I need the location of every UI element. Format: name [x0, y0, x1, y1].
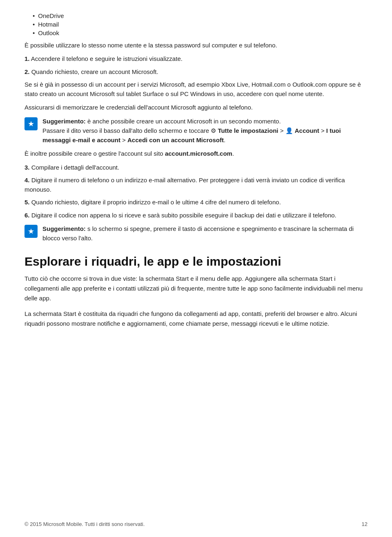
step-6: 6. Digitare il codice non appena lo si r…: [24, 210, 368, 220]
step-4-text: Digitare il numero di telefono o un indi…: [24, 177, 345, 193]
step-3-num: 3.: [24, 164, 30, 171]
step-6-text: Digitare il codice non appena lo si rice…: [30, 212, 336, 219]
tip-2-text: s lo schermo si spegne, premere il tasto…: [42, 225, 354, 242]
tip-1-text1: è anche possibile creare un account Micr…: [86, 118, 281, 125]
list-item-onedrive: OneDrive: [33, 12, 368, 19]
step-6-num: 6.: [24, 212, 30, 219]
step-3: 3. Compilare i dettagli dell'account.: [24, 163, 368, 172]
step-2-num: 2.: [24, 68, 30, 75]
list-item-hotmail: Hotmail: [33, 21, 368, 28]
tip-2-star-icon: ★: [24, 225, 38, 238]
tip-1-arrow2: >: [319, 127, 326, 134]
tip-1-bold4: Accedi con un account Microsoft: [127, 136, 224, 143]
bullet-list: OneDrive Hotmail Outlook: [33, 12, 368, 36]
step-1-num: 1.: [24, 55, 30, 62]
step-4-num: 4.: [24, 177, 30, 183]
tip-2-label: Suggerimento:: [42, 225, 86, 232]
step-2-text: Quando richiesto, creare un account Micr…: [30, 68, 158, 75]
step4-desc: Assicurarsi di memorizzare le credenzial…: [24, 103, 368, 112]
step-4: 4. Digitare il numero di telefono o un i…: [24, 175, 368, 195]
tip-2: ★ Suggerimento: s lo schermo si spegne, …: [24, 224, 368, 243]
list-item-outlook: Outlook: [33, 29, 368, 36]
tip-1-label: Suggerimento:: [42, 118, 86, 125]
section1-para2: La schermata Start è costituita da riqua…: [24, 309, 368, 329]
tip-1-text2: Passare il dito verso il basso dall'alto…: [42, 127, 211, 134]
footer-page-num: 12: [362, 521, 368, 527]
inoltre-bold-site: account.microsoft.com: [165, 150, 232, 157]
inoltre-end: .: [232, 150, 234, 157]
tip-1-end: .: [224, 136, 225, 143]
star-symbol-2: ★: [28, 227, 34, 236]
step-2: 2. Quando richiesto, creare un account M…: [24, 67, 368, 76]
step-5-num: 5.: [24, 199, 30, 206]
step-3-text: Compilare i dettagli dell'account.: [30, 164, 120, 171]
footer: © 2015 Microsoft Mobile. Tutti i diritti…: [0, 521, 392, 527]
tip-1-arrow3: >: [120, 136, 127, 143]
step-5-text: Quando richiesto, digitare il proprio in…: [30, 199, 281, 206]
tip-1-star-icon: ★: [24, 117, 38, 130]
inoltre-text1: È inoltre possibile creare o gestire l'a…: [24, 150, 165, 157]
tip-1-content: Suggerimento: è anche possibile creare u…: [42, 116, 368, 145]
step-1-text: Accendere il telefono e seguire le istru…: [30, 55, 183, 62]
star-symbol: ★: [28, 119, 34, 128]
footer-copyright: © 2015 Microsoft Mobile. Tutti i diritti…: [24, 521, 145, 527]
tip-1-bold1: Tutte le impostazioni: [218, 127, 278, 134]
tip-1-settings-icon: ⚙: [211, 127, 216, 134]
section1-heading: Esplorare i riquadri, le app e le impost…: [24, 254, 368, 269]
step-5: 5. Quando richiesto, digitare il proprio…: [24, 197, 368, 207]
inoltre-text: È inoltre possibile creare o gestire l'a…: [24, 149, 368, 158]
tip-1-arrow1: >: [278, 127, 285, 134]
tip-2-content: Suggerimento: s lo schermo si spegne, pr…: [42, 224, 368, 243]
step3-desc: Se si è già in possesso di un account pe…: [24, 80, 368, 99]
step-1: 1. Accendere il telefono e seguire le is…: [24, 54, 368, 63]
section1-para1: Tutto ciò che occorre si trova in due vi…: [24, 274, 368, 303]
tip-1-account-icon: 👤: [285, 127, 293, 134]
tip-1-bold2: Account: [295, 127, 319, 134]
intro-line1: È possibile utilizzare lo stesso nome ut…: [24, 40, 368, 50]
tip-1: ★ Suggerimento: è anche possibile creare…: [24, 116, 368, 145]
